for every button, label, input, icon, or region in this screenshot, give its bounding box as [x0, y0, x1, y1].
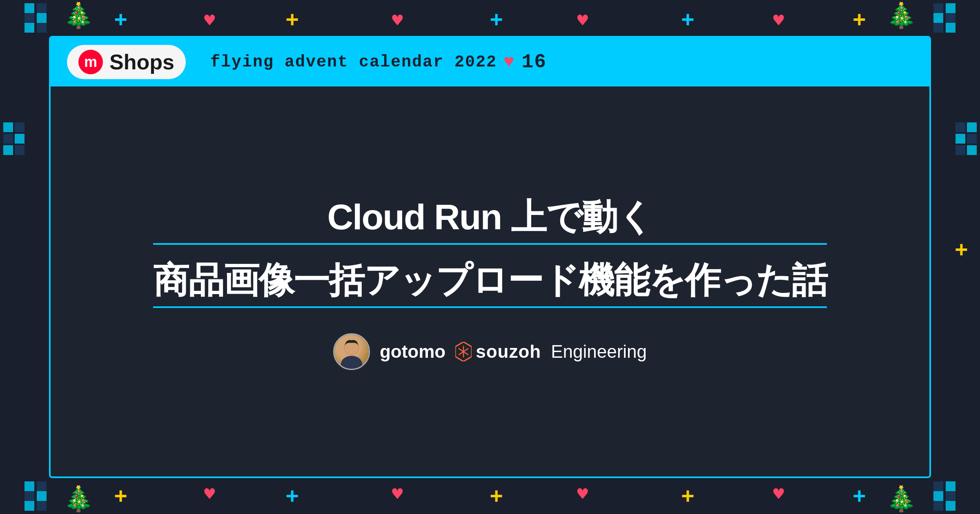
day-number: 16: [521, 51, 547, 73]
title-line1: Cloud Run 上で動く: [153, 193, 827, 241]
heart-icon-bottom-4: ♥: [577, 483, 588, 504]
heart-icon-top-2: ♥: [392, 10, 403, 31]
engineering-text: Engineering: [551, 341, 647, 362]
svg-text:m: m: [84, 53, 97, 70]
heart-icon-bottom-1: ♥: [204, 483, 215, 504]
mercari-logo-icon: m: [78, 50, 103, 74]
plus-icon-top-right: +: [853, 7, 866, 31]
heart-icon-top-1: ♥: [204, 10, 215, 31]
shops-label: Shops: [109, 50, 174, 74]
company-logo: souzoh: [455, 341, 541, 362]
heart-icon-bottom-3: ♥: [773, 483, 784, 504]
candy-icon-bottom-right: 🎄: [886, 484, 917, 513]
calendar-text: flying advent calendar 2022: [210, 53, 497, 71]
plus-icon-top-center: +: [490, 7, 503, 31]
header-bar: m Shops flying advent calendar 2022 ♥ 16: [51, 38, 929, 86]
main-card: m Shops flying advent calendar 2022 ♥ 16…: [49, 36, 931, 478]
candy-icon-top-right: 🎄: [886, 1, 917, 30]
candy-icon-top-left: 🎄: [63, 1, 94, 30]
plus-icon-top-left: +: [114, 7, 127, 31]
content-area: Cloud Run 上で動く 商品画像一括アップロード機能を作った話: [51, 86, 929, 476]
plus-icon-bottom-center-left: +: [286, 483, 298, 507]
heart-icon-top-3: ♥: [773, 10, 784, 31]
avatar-image: [334, 335, 369, 369]
calendar-title: flying advent calendar 2022 ♥ 16: [210, 51, 547, 73]
author-name: gotomo: [380, 341, 445, 362]
author-row: gotomo souzoh Engineering: [333, 333, 647, 370]
plus-icon-bottom-center-right: +: [682, 483, 694, 507]
plus-icon-bottom-right: +: [853, 483, 866, 507]
plus-icon-bottom-left: +: [114, 483, 127, 507]
candy-icon-bottom-left: 🎄: [63, 484, 94, 513]
souzoh-logo-icon: [455, 342, 472, 361]
plus-icon-bottom-center: +: [490, 483, 503, 507]
heart-icon-top-4: ♥: [577, 10, 588, 31]
svg-point-3: [341, 356, 362, 370]
main-title: Cloud Run 上で動く 商品画像一括アップロード機能を作った話: [153, 193, 827, 305]
company-name: souzoh: [476, 341, 541, 362]
plus-icon-right-mid: +: [955, 237, 968, 261]
logo-badge: m Shops: [67, 45, 186, 79]
plus-icon-top-center-left: +: [286, 7, 298, 31]
calendar-heart-icon: ♥: [503, 52, 515, 72]
avatar: [333, 333, 370, 370]
title-line2: 商品画像一括アップロード機能を作った話: [153, 256, 827, 305]
plus-icon-top-center-right: +: [682, 7, 694, 31]
heart-icon-bottom-2: ♥: [392, 483, 403, 504]
